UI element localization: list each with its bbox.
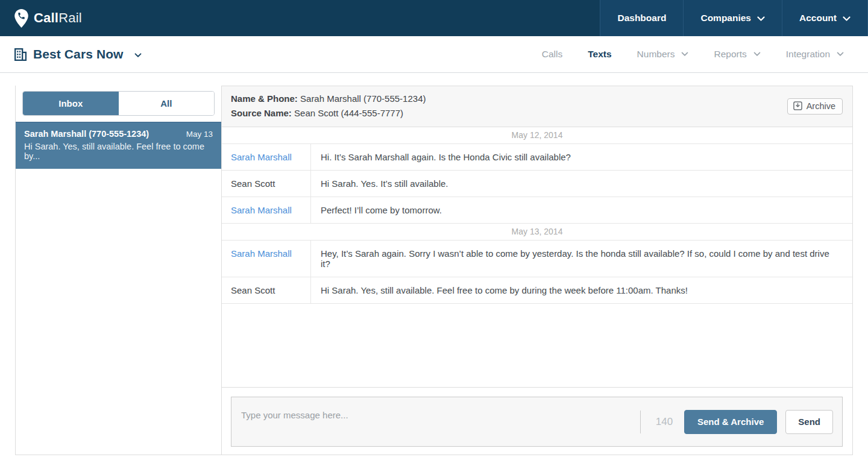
company-selector[interactable]: Best Cars Now <box>14 47 142 61</box>
source-name-label: Source Name: <box>231 108 292 118</box>
top-nav: CallRail Dashboard Companies Account <box>0 0 868 36</box>
send-button[interactable]: Send <box>785 410 833 434</box>
company-tabs: Calls Texts Numbers Reports Integration <box>542 49 844 60</box>
conversation-list: Sarah Marshall (770-555-1234) May 13 Hi … <box>16 122 221 169</box>
message-sender-link[interactable]: Sarah Marshall <box>222 144 311 170</box>
conversation-date: May 13 <box>186 130 213 139</box>
inbox-all-toggle: Inbox All <box>22 91 215 116</box>
company-nav: Best Cars Now Calls Texts Numbers Report… <box>0 36 868 73</box>
nav-item-label: Companies <box>700 13 751 24</box>
archive-button[interactable]: Archive <box>787 98 843 115</box>
date-divider: May 12, 2014 <box>222 127 852 144</box>
chevron-down-icon <box>753 52 761 57</box>
top-nav-links: Dashboard Companies Account <box>600 0 868 36</box>
character-counter: 140 <box>655 416 673 428</box>
tab-label: Calls <box>542 49 562 60</box>
tab-texts[interactable]: Texts <box>588 49 611 60</box>
tab-label: Texts <box>588 49 611 60</box>
thread-header: Name & Phone: Sarah Marshall (770-555-12… <box>222 86 852 127</box>
archive-label: Archive <box>807 101 835 111</box>
message-text: Hi. It’s Sarah Marshall again. Is the Ho… <box>311 144 852 170</box>
nav-item-dashboard[interactable]: Dashboard <box>600 0 683 36</box>
message-sender: Sean Scott <box>222 277 311 303</box>
message-input[interactable] <box>231 397 640 446</box>
chevron-down-icon <box>837 52 844 57</box>
message-sender: Sean Scott <box>222 171 311 197</box>
thread-panel: Name & Phone: Sarah Marshall (770-555-12… <box>221 86 853 455</box>
inbox-tab[interactable]: Inbox <box>23 92 119 115</box>
company-name: Best Cars Now <box>33 47 124 61</box>
source-name-value: Sean Scott (444-555-7777) <box>294 108 403 118</box>
send-archive-button[interactable]: Send & Archive <box>684 410 777 434</box>
source-name-line: Source Name: Sean Scott (444-555-7777) <box>231 106 426 121</box>
message-row: Sean Scott Hi Sarah. Yes, still availabl… <box>222 277 852 304</box>
archive-icon <box>793 101 802 110</box>
message-text: Perfect! I’ll come by tomorrow. <box>311 197 852 223</box>
conversation-list-item[interactable]: Sarah Marshall (770-555-1234) May 13 Hi … <box>16 122 221 169</box>
nav-item-account[interactable]: Account <box>782 0 868 36</box>
message-composer: 140 Send & Archive Send <box>231 397 843 447</box>
nav-item-companies[interactable]: Companies <box>683 0 782 36</box>
message-sender-link[interactable]: Sarah Marshall <box>222 241 311 277</box>
chevron-down-icon <box>134 53 142 58</box>
thread-empty-space <box>222 304 852 387</box>
nav-item-label: Account <box>799 13 837 24</box>
chevron-down-icon <box>757 16 765 22</box>
callrail-logo[interactable]: CallRail <box>0 0 82 36</box>
conversation-title: Sarah Marshall (770-555-1234) <box>24 129 149 139</box>
chevron-down-icon <box>681 52 688 57</box>
conversation-preview: Hi Sarah. Yes, still available. Feel fre… <box>24 142 213 161</box>
message-row: Sean Scott Hi Sarah. Yes. It’s still ava… <box>222 171 852 197</box>
nav-item-label: Dashboard <box>617 13 666 24</box>
tab-numbers[interactable]: Numbers <box>637 49 689 60</box>
building-icon <box>14 48 27 61</box>
chevron-down-icon <box>843 16 851 22</box>
name-phone-label: Name & Phone: <box>231 93 298 104</box>
brand-wordmark: CallRail <box>34 10 82 26</box>
tab-reports[interactable]: Reports <box>714 49 760 60</box>
message-row: Sarah Marshall Perfect! I’ll come by tom… <box>222 197 852 224</box>
tab-label: Reports <box>714 49 746 60</box>
message-sender-link[interactable]: Sarah Marshall <box>222 197 311 223</box>
composer-footer: 140 Send & Archive Send <box>222 387 852 455</box>
conversation-sidebar: Inbox All Sarah Marshall (770-555-1234) … <box>15 86 221 455</box>
message-text: Hi Sarah. Yes. It’s still available. <box>311 171 852 197</box>
message-row: Sarah Marshall Hi. It’s Sarah Marshall a… <box>222 144 852 171</box>
callrail-pin-icon <box>14 9 28 28</box>
tab-label: Integration <box>786 49 830 60</box>
tab-label: Numbers <box>637 49 675 60</box>
thread-contact-info: Name & Phone: Sarah Marshall (770-555-12… <box>231 92 426 121</box>
message-row: Sarah Marshall Hey, It’s Sarah again. So… <box>222 241 852 277</box>
all-tab[interactable]: All <box>119 92 215 115</box>
composer-divider <box>640 411 641 433</box>
tab-calls[interactable]: Calls <box>542 49 562 60</box>
message-text: Hey, It’s Sarah again. Sorry I wasn’t ab… <box>311 241 852 277</box>
name-phone-line: Name & Phone: Sarah Marshall (770-555-12… <box>231 92 426 106</box>
date-divider: May 13, 2014 <box>222 224 852 241</box>
name-phone-value: Sarah Marshall (770-555-1234) <box>300 93 426 104</box>
texts-page: Inbox All Sarah Marshall (770-555-1234) … <box>15 86 853 455</box>
tab-integration[interactable]: Integration <box>786 49 844 60</box>
message-text: Hi Sarah. Yes, still available. Feel fre… <box>311 277 852 303</box>
